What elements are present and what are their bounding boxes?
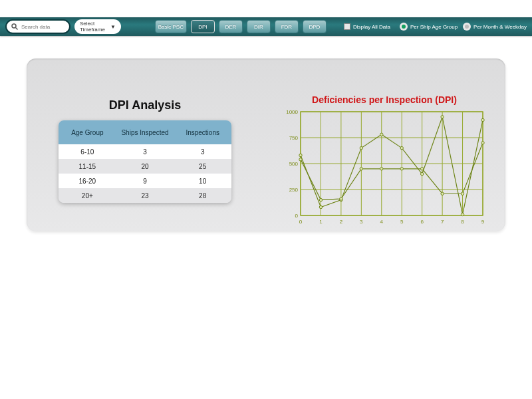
- timeframe-dropdown[interactable]: Select Timeframe ▼: [74, 19, 121, 34]
- table-cell: 23: [116, 192, 174, 200]
- table-row: 20+2328: [59, 188, 231, 203]
- svg-text:1000: 1000: [286, 109, 298, 115]
- svg-point-43: [299, 158, 302, 161]
- radio-label: Per Month & Weekday: [473, 24, 527, 30]
- table-cell: 20+: [59, 192, 116, 200]
- svg-text:7: 7: [441, 219, 444, 225]
- radio-icon: [400, 23, 408, 31]
- dpi-line-chart: 025050075010000123456789: [282, 108, 487, 227]
- nav-tab-basic[interactable]: Basic PSC: [155, 20, 187, 33]
- radio-label: Per Ship Age Group: [410, 24, 458, 30]
- svg-text:9: 9: [481, 219, 485, 225]
- svg-text:5: 5: [400, 219, 404, 225]
- top-navbar: Select Timeframe ▼ Basic PSCDPIDERDIRFDR…: [0, 17, 532, 36]
- search-box[interactable]: [5, 19, 70, 34]
- display-all-checkbox[interactable]: Display All Data: [344, 23, 390, 30]
- search-icon: [11, 23, 19, 31]
- svg-text:0: 0: [299, 219, 303, 225]
- table-title: DPI Analysis: [109, 98, 181, 112]
- checkbox-box-icon: [344, 23, 350, 30]
- table-cell: 10: [174, 178, 231, 185]
- svg-point-0: [12, 24, 16, 28]
- svg-point-36: [360, 146, 362, 149]
- svg-point-41: [461, 213, 464, 215]
- svg-point-52: [481, 142, 484, 144]
- timeframe-label: Select Timeframe: [80, 21, 108, 33]
- svg-point-38: [400, 146, 403, 149]
- svg-point-47: [380, 168, 383, 170]
- table-cell: 16-20: [59, 178, 116, 185]
- nav-tab-dpd[interactable]: DPD: [303, 20, 327, 33]
- table-cell: 11-15: [59, 163, 116, 170]
- svg-point-49: [420, 168, 423, 170]
- radio-icon: [463, 23, 471, 31]
- nav-tab-dir[interactable]: DIR: [247, 20, 271, 33]
- table-row: 16-20910: [59, 174, 231, 188]
- nav-tab-fdr[interactable]: FDR: [275, 20, 299, 33]
- svg-point-50: [441, 192, 444, 195]
- svg-point-34: [319, 205, 322, 208]
- table-column: DPI Analysis Age Group Ships Inspected I…: [27, 59, 263, 231]
- table-cell: 25: [174, 163, 231, 170]
- svg-point-37: [380, 133, 383, 136]
- svg-line-1: [16, 28, 18, 30]
- table-cell: 28: [174, 192, 231, 200]
- svg-text:750: 750: [289, 135, 299, 141]
- svg-text:500: 500: [289, 161, 299, 167]
- svg-point-42: [481, 118, 484, 121]
- table-row: 11-152025: [59, 159, 231, 174]
- col-header: Age Group: [59, 129, 116, 136]
- svg-text:6: 6: [420, 219, 424, 225]
- table-cell: 6-10: [59, 148, 116, 156]
- chart-svg: 025050075010000123456789: [282, 108, 487, 227]
- radio-age[interactable]: Per Ship Age Group: [400, 23, 458, 31]
- svg-text:4: 4: [380, 219, 384, 225]
- svg-point-48: [400, 168, 403, 170]
- svg-point-33: [299, 154, 302, 156]
- svg-point-44: [319, 198, 322, 201]
- table-cell: 3: [174, 148, 231, 156]
- svg-text:250: 250: [289, 187, 299, 193]
- col-header: Inspections: [174, 129, 231, 136]
- svg-point-51: [461, 192, 464, 195]
- table-cell: 3: [116, 148, 174, 156]
- table-cell: 20: [116, 163, 174, 170]
- chart-column: Deficiencies per Inspection (DPI) 025050…: [263, 59, 505, 231]
- svg-point-45: [340, 198, 342, 200]
- dpi-table: Age Group Ships Inspected Inspections 6-…: [59, 120, 231, 203]
- svg-text:3: 3: [360, 219, 363, 225]
- display-all-label: Display All Data: [353, 24, 390, 30]
- svg-point-40: [441, 116, 444, 118]
- svg-point-39: [420, 172, 423, 175]
- radio-week[interactable]: Per Month & Weekday: [463, 23, 527, 31]
- chevron-down-icon: ▼: [110, 24, 116, 30]
- chart-title: Deficiencies per Inspection (DPI): [312, 94, 457, 105]
- svg-text:2: 2: [340, 219, 343, 225]
- svg-text:0: 0: [295, 213, 299, 219]
- search-input[interactable]: [21, 24, 61, 30]
- content-panel: DPI Analysis Age Group Ships Inspected I…: [27, 59, 505, 231]
- table-cell: 9: [116, 178, 174, 185]
- nav-tab-der[interactable]: DER: [219, 20, 243, 33]
- svg-text:1: 1: [319, 219, 323, 225]
- table-header: Age Group Ships Inspected Inspections: [59, 120, 231, 144]
- col-header: Ships Inspected: [116, 129, 174, 136]
- svg-text:8: 8: [461, 219, 464, 225]
- nav-tab-dpi[interactable]: DPI: [191, 20, 215, 33]
- table-row: 6-1033: [59, 144, 231, 159]
- svg-point-46: [360, 168, 362, 170]
